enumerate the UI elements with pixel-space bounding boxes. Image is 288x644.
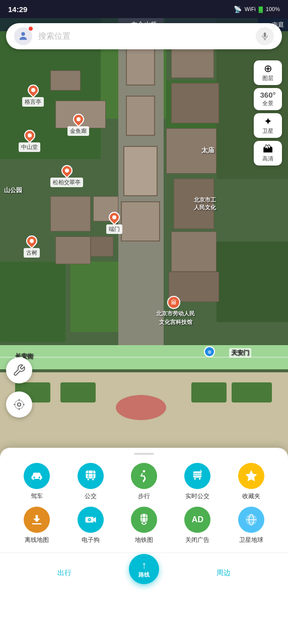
- offline-map-label: 离线地图: [25, 536, 49, 544]
- map-label-taimiao: 太庙: [201, 146, 214, 155]
- speed-cam-item[interactable]: 电子狗: [63, 507, 117, 544]
- panorama-icon: 360°: [260, 91, 275, 99]
- speed-cam-icon: [78, 507, 104, 533]
- map-controls: ⊕ 图层 360° 全景 ✦ 卫星 🏔 高清: [254, 60, 282, 166]
- nav-nearby[interactable]: 周边: [159, 569, 288, 578]
- realtime-bus-item[interactable]: 实时公交: [171, 463, 224, 501]
- search-placeholder: 搜索位置: [38, 32, 70, 40]
- offline-map-item[interactable]: 离线地图: [10, 507, 63, 544]
- favorites-icon: [238, 463, 264, 489]
- panorama-button[interactable]: 360° 全景: [254, 88, 282, 110]
- svg-point-23: [145, 522, 147, 524]
- bus-label: 公交: [85, 492, 97, 501]
- svg-point-11: [92, 478, 94, 480]
- svg-point-4: [18, 403, 21, 407]
- marker-gushu[interactable]: 古树: [24, 235, 40, 258]
- nav-route[interactable]: ↑ 路线: [129, 554, 159, 592]
- walk-icon: [131, 463, 157, 489]
- speed-cam-label: 电子狗: [82, 536, 100, 544]
- route-arrow-icon: ↑: [141, 559, 147, 571]
- marker-jinyulang[interactable]: 金鱼廊: [67, 114, 89, 136]
- satellite-button[interactable]: ✦ 卫星: [254, 113, 282, 138]
- wrench-button[interactable]: [6, 357, 32, 383]
- svg-point-15: [199, 478, 201, 480]
- notification-badge: [28, 26, 33, 31]
- map-label-culture: 北京市工人民文化: [194, 196, 216, 212]
- avatar-icon: [18, 31, 29, 42]
- svg-rect-1: [264, 33, 266, 37]
- user-avatar[interactable]: [14, 27, 32, 45]
- icon-grid: 驾车 公交 步行 实时公交 收藏夹: [0, 455, 288, 544]
- search-bar[interactable]: 搜索位置: [6, 23, 282, 49]
- subway-map-label: 地铁图: [135, 536, 153, 544]
- map-label-park: 山公园: [4, 186, 22, 195]
- status-time: 14:29: [8, 5, 27, 14]
- marker-duanmen[interactable]: 端门: [106, 212, 122, 234]
- bus-icon: [78, 463, 104, 489]
- nav-trip-label: 出行: [57, 569, 71, 578]
- battery-icon: ▓: [259, 6, 263, 12]
- wrench-icon: [13, 364, 26, 377]
- layer-label: 图层: [262, 74, 273, 82]
- nav-trip[interactable]: 出行: [0, 569, 129, 578]
- wifi-icon: WiFi: [245, 6, 256, 12]
- search-input[interactable]: 搜索位置: [38, 31, 256, 42]
- hd-icon: 🏔: [263, 144, 273, 154]
- location-button[interactable]: [6, 391, 32, 418]
- drive-icon: [24, 463, 50, 489]
- battery-level: 100%: [266, 6, 280, 12]
- svg-point-12: [143, 470, 146, 472]
- map-label-tiananmen: 天安门: [229, 348, 251, 358]
- svg-rect-9: [86, 471, 95, 478]
- walk-item[interactable]: 步行: [117, 463, 171, 501]
- layer-button[interactable]: ⊕ 图层: [254, 60, 282, 85]
- notification-icon: 📡: [234, 6, 242, 13]
- realtime-bus-icon: [184, 463, 210, 489]
- map-label-science: 北京市劳动人民文化宫科技馆: [156, 309, 195, 326]
- svg-point-20: [89, 519, 90, 520]
- mic-icon: [260, 32, 269, 41]
- svg-rect-21: [140, 514, 148, 522]
- svg-point-5: [15, 400, 23, 409]
- bus-item[interactable]: 公交: [63, 463, 117, 501]
- walk-label: 步行: [138, 492, 150, 501]
- bottom-nav: 出行 ↑ 路线 周边: [0, 552, 288, 593]
- svg-point-0: [21, 32, 25, 36]
- satellite-earth-label: 卫星地球: [239, 536, 263, 544]
- satellite-label: 卫星: [262, 127, 273, 135]
- offline-map-icon: [24, 507, 50, 533]
- route-label: 路线: [138, 571, 150, 579]
- svg-point-22: [141, 522, 143, 524]
- svg-point-7: [39, 476, 41, 478]
- subway-map-icon: [131, 507, 157, 533]
- route-center-button[interactable]: ↑ 路线: [129, 554, 159, 584]
- subway-map-item[interactable]: 地铁图: [117, 507, 171, 544]
- status-bar: 14:29 📡 WiFi ▓ 100%: [0, 0, 288, 18]
- satellite-earth-icon: [238, 507, 264, 533]
- map-satellite[interactable]: 山公园 太庙 北京市工人民文化 北京市劳动人民文化宫科技馆 天安门 长安街 格言…: [0, 0, 288, 458]
- hd-button[interactable]: 🏔 高清: [254, 141, 282, 166]
- svg-rect-17: [32, 523, 42, 524]
- close-ad-item[interactable]: AD 关闭广告: [171, 507, 224, 544]
- marker-geyantin[interactable]: 格言亭: [22, 85, 44, 107]
- location-icon: [13, 398, 26, 411]
- favorites-label: 收藏夹: [242, 492, 260, 501]
- microphone-button[interactable]: [256, 27, 274, 45]
- svg-point-6: [33, 476, 35, 478]
- close-ad-label: 关闭广告: [185, 536, 209, 544]
- nav-nearby-label: 周边: [217, 569, 231, 578]
- satellite-icon: ✦: [264, 116, 272, 126]
- marker-zhongshantang[interactable]: 中山堂: [19, 130, 40, 152]
- panorama-label: 全景: [262, 100, 273, 107]
- satellite-earth-item[interactable]: 卫星地球: [225, 507, 278, 544]
- drive-item[interactable]: 驾车: [10, 463, 63, 501]
- map-container[interactable]: 山公园 太庙 北京市工人民文化 北京市劳动人民文化宫科技馆 天安门 长安街 格言…: [0, 0, 288, 458]
- layer-icon: ⊕: [264, 63, 272, 73]
- svg-point-10: [87, 478, 89, 480]
- favorites-item[interactable]: 收藏夹: [225, 463, 278, 501]
- marker-songbai[interactable]: 松柏交翠亭: [50, 165, 83, 187]
- realtime-bus-label: 实时公交: [185, 492, 209, 501]
- hd-label: 高清: [262, 155, 273, 163]
- svg-point-14: [194, 478, 196, 480]
- svg-marker-16: [245, 470, 257, 481]
